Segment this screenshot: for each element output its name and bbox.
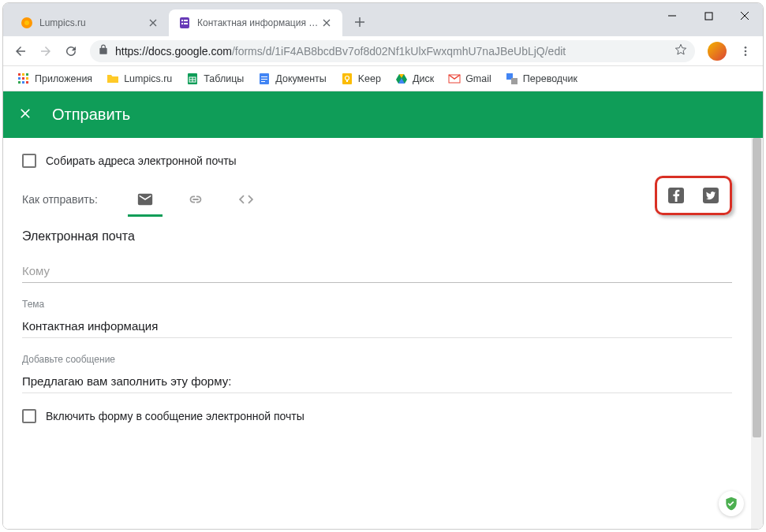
url-omnibox[interactable]: https://docs.google.com/forms/d/1iF4AB8b… [90,40,695,62]
svg-rect-25 [261,81,265,82]
favicon-forms-icon [178,17,191,29]
bookmarks-bar: Приложения Lumpics.ru Таблицы Документы … [3,66,763,91]
to-input[interactable] [22,259,732,283]
social-highlight-box [655,176,732,215]
bookmark-apps[interactable]: Приложения [11,69,99,88]
message-field-group: Добавьте сообщение [22,354,732,393]
twitter-icon [701,186,720,205]
svg-rect-5 [181,23,183,24]
reload-button[interactable] [60,40,82,62]
collect-emails-label: Собирать адреса электронной почты [46,154,237,167]
dialog-close-button[interactable] [17,106,33,125]
via-link-tab[interactable] [170,182,221,217]
bookmark-docs[interactable]: Документы [252,69,332,88]
embed-icon [237,191,255,208]
email-section-title: Электронная почта [22,229,732,244]
tabs-area: Lumpics.ru Контактная информация - Goo [3,3,654,36]
forward-button[interactable] [35,40,57,62]
browser-menu-button[interactable] [734,40,757,62]
back-button[interactable] [9,40,32,62]
svg-rect-23 [261,76,267,77]
svg-rect-6 [184,23,188,24]
title-bar: Lumpics.ru Контактная информация - Goo [3,3,763,36]
shield-badge[interactable] [719,491,744,516]
svg-rect-31 [511,78,518,84]
facebook-icon [667,186,686,205]
scrollbar[interactable] [751,138,763,529]
docs-icon [258,73,271,85]
bookmark-keep[interactable]: Keep [334,69,387,88]
include-form-label: Включить форму в сообщение электронной п… [46,410,305,422]
minimize-button[interactable] [654,3,690,28]
collect-emails-row: Собирать адреса электронной почты [22,154,732,168]
url-text: https://docs.google.com/forms/d/1iF4AB8b… [115,45,566,58]
bookmark-sheets[interactable]: Таблицы [180,69,250,88]
svg-rect-7 [705,13,712,20]
facebook-button[interactable] [665,184,687,206]
dialog-body: Собирать адреса электронной почты Как от… [3,138,751,529]
profile-avatar[interactable] [708,42,727,61]
translate-icon [506,73,518,85]
include-form-row: Включить форму в сообщение электронной п… [22,409,732,423]
keep-icon [341,73,353,85]
sheets-icon [186,73,199,85]
message-label: Добавьте сообщение [22,354,732,365]
svg-rect-26 [342,73,352,84]
svg-rect-28 [346,80,348,82]
new-tab-button[interactable] [349,11,371,33]
bookmark-translate[interactable]: Переводчик [499,69,584,88]
tab-forms[interactable]: Контактная информация - Goo [169,9,342,36]
svg-point-9 [745,50,747,52]
svg-rect-18 [22,81,24,84]
bookmark-gmail[interactable]: Gmail [442,69,498,88]
message-input[interactable] [22,370,732,393]
send-via-row: Как отправить: [22,182,732,217]
maximize-button[interactable] [690,3,727,28]
twitter-button[interactable] [700,184,722,206]
svg-rect-16 [26,77,28,80]
bookmark-label: Диск [413,73,434,84]
svg-point-10 [745,54,747,56]
subject-field-group: Тема [22,299,732,338]
subject-label: Тема [22,299,732,310]
via-email-tab[interactable] [120,182,170,217]
folder-icon [106,73,119,85]
bookmark-lumpics[interactable]: Lumpics.ru [100,69,178,88]
send-via-label: Как отправить: [22,193,98,206]
tab-lumpics[interactable]: Lumpics.ru [11,9,169,36]
bookmark-label: Переводчик [523,73,577,84]
include-form-checkbox[interactable] [22,409,36,423]
drive-icon [395,73,408,85]
svg-rect-17 [18,81,21,84]
to-field-group [22,259,732,283]
svg-rect-12 [22,73,24,76]
apps-icon [17,73,30,85]
svg-rect-13 [26,73,28,76]
dialog-header: Отправить [3,91,763,138]
tab-title: Контактная информация - Goo [197,17,320,28]
bookmark-label: Приложения [35,73,92,84]
collect-emails-checkbox[interactable] [22,154,36,168]
browser-window: Lumpics.ru Контактная информация - Goo [2,2,764,530]
svg-rect-15 [22,77,24,80]
shield-icon [723,496,739,512]
via-embed-tab[interactable] [221,182,271,217]
lock-icon [98,44,109,58]
close-icon[interactable] [320,17,333,29]
bookmark-label: Таблицы [204,73,244,84]
star-icon[interactable] [674,43,687,59]
favicon-orange-icon [21,17,33,29]
window-controls [654,3,763,28]
svg-point-1 [24,20,29,25]
address-bar: https://docs.google.com/forms/d/1iF4AB8b… [3,36,763,66]
scrollbar-thumb[interactable] [753,138,761,437]
bookmark-drive[interactable]: Диск [389,69,440,88]
close-window-button[interactable] [727,3,763,28]
tab-title: Lumpics.ru [39,17,147,28]
close-icon[interactable] [147,17,159,29]
bookmark-label: Документы [275,73,326,84]
subject-input[interactable] [22,314,732,338]
svg-rect-14 [18,77,21,80]
email-icon [136,191,154,208]
svg-rect-4 [184,20,188,21]
